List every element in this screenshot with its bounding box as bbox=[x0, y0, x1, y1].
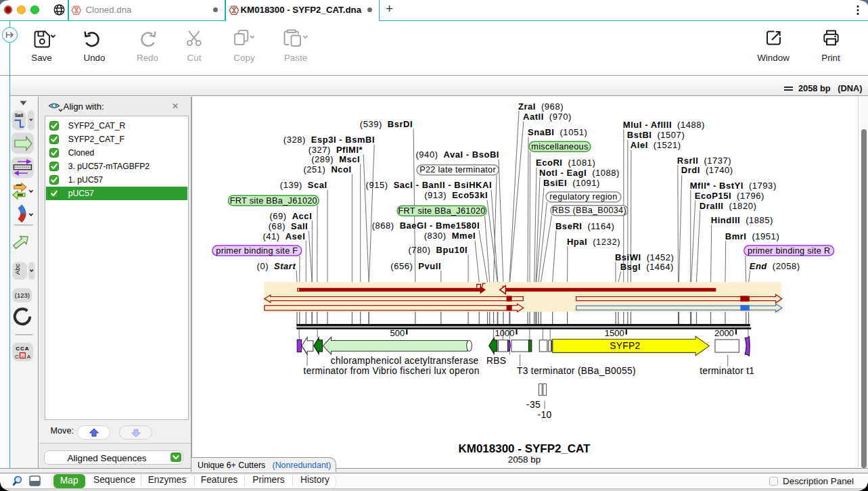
svg-text:(68)SalI: (68)SalI bbox=[269, 220, 309, 231]
svg-text:NotI - EagI(1088): NotI - EagI(1088) bbox=[539, 167, 620, 177]
svg-text:(868)BaeGI - Bme1580I: (868)BaeGI - Bme1580I bbox=[372, 220, 480, 231]
svg-text:(139)ScaI: (139)ScaI bbox=[280, 180, 327, 190]
svg-text:AatII(970): AatII(970) bbox=[523, 111, 572, 121]
svg-text:(915)SacI - BanII - BsiHKAI: (915)SacI - BanII - BsiHKAI bbox=[366, 180, 492, 190]
svg-text:-35: -35 bbox=[526, 400, 541, 410]
svg-text:(940)AvaI - BsoBI: (940)AvaI - BsoBI bbox=[416, 149, 500, 160]
svg-text:BstBI(1507): BstBI(1507) bbox=[627, 130, 685, 140]
svg-text:MflI* - BstYI(1793): MflI* - BstYI(1793) bbox=[690, 180, 777, 190]
svg-text:BseRI(1164): BseRI(1164) bbox=[555, 220, 614, 231]
svg-text:BmrI(1951): BmrI(1951) bbox=[725, 231, 780, 241]
svg-text:A: A bbox=[27, 353, 31, 359]
svg-text:(780)Bpu10I: (780)Bpu10I bbox=[409, 245, 468, 255]
svg-text:-10: -10 bbox=[538, 410, 552, 420]
svg-text:RBS (BBa_B0034): RBS (BBa_B0034) bbox=[552, 206, 626, 215]
svg-text:1500: 1500 bbox=[605, 328, 624, 338]
svg-text:T3 terminator (BBa_B0055): T3 terminator (BBa_B0055) bbox=[517, 366, 636, 376]
svg-text:End(2058): End(2058) bbox=[750, 260, 800, 271]
svg-text:regulatory region: regulatory region bbox=[550, 192, 618, 202]
svg-text:(289)MscI: (289)MscI bbox=[311, 154, 360, 164]
svg-text:P22 late terminator: P22 late terminator bbox=[420, 165, 497, 174]
svg-text:FRT site BBa_J61020: FRT site BBa_J61020 bbox=[398, 206, 486, 216]
svg-text:SYFP2: SYFP2 bbox=[610, 341, 641, 351]
svg-text:miscellaneous: miscellaneous bbox=[532, 142, 589, 151]
svg-text:CCA: CCA bbox=[16, 346, 29, 352]
svg-text:chloramphenicol acetyltransfer: chloramphenicol acetyltransferase bbox=[331, 356, 479, 366]
svg-text:terminator t1: terminator t1 bbox=[700, 366, 754, 376]
svg-text:KM018300 - SYFP2_CAT: KM018300 - SYFP2_CAT bbox=[459, 442, 591, 455]
svg-text:(539)BsrDI: (539)BsrDI bbox=[360, 118, 413, 128]
svg-text:RsrII(1737): RsrII(1737) bbox=[677, 155, 731, 165]
svg-text:SnaBI(1051): SnaBI(1051) bbox=[528, 126, 587, 137]
svg-text:(656)PvuII: (656)PvuII bbox=[391, 260, 442, 271]
svg-text:(830)MmeI: (830)MmeI bbox=[424, 231, 476, 241]
svg-text:primer binding site R: primer binding site R bbox=[748, 246, 831, 255]
svg-text:(123): (123) bbox=[15, 291, 30, 299]
svg-text:1000: 1000 bbox=[495, 328, 515, 338]
svg-text:(69)AccI: (69)AccI bbox=[270, 210, 313, 220]
svg-text:HindIII(1885): HindIII(1885) bbox=[711, 215, 773, 225]
svg-text:primer binding site F: primer binding site F bbox=[216, 246, 298, 255]
svg-text:SalI: SalI bbox=[15, 112, 23, 117]
svg-text:2058 bp: 2058 bp bbox=[508, 454, 541, 465]
svg-text:Abc: Abc bbox=[14, 263, 21, 275]
svg-text:DrdI(1740): DrdI(1740) bbox=[681, 165, 733, 175]
svg-text:(41)AseI: (41)AseI bbox=[263, 231, 306, 241]
svg-text:DraIII(1820): DraIII(1820) bbox=[700, 200, 757, 210]
svg-text:EcoP15I(1796): EcoP15I(1796) bbox=[695, 190, 764, 200]
svg-text:RBS: RBS bbox=[486, 356, 506, 366]
svg-text:500: 500 bbox=[390, 328, 405, 338]
svg-text:BsgI(1464): BsgI(1464) bbox=[620, 261, 674, 271]
svg-text:-: - bbox=[22, 353, 24, 359]
svg-text:BsiWI(1452): BsiWI(1452) bbox=[615, 252, 675, 262]
svg-text:ZraI(968): ZraI(968) bbox=[518, 101, 564, 111]
svg-text:MluI - AflIII(1488): MluI - AflIII(1488) bbox=[623, 119, 705, 129]
svg-text:(328)Esp3I - BsmBI: (328)Esp3I - BsmBI bbox=[283, 135, 375, 145]
svg-text:FRT site BBa_J61020: FRT site BBa_J61020 bbox=[230, 195, 317, 205]
svg-text:C: C bbox=[15, 353, 19, 359]
svg-text:AleI(1521): AleI(1521) bbox=[631, 140, 681, 150]
svg-text:(251)NcoI: (251)NcoI bbox=[304, 164, 352, 174]
svg-text:BsiEI(1091): BsiEI(1091) bbox=[543, 177, 600, 187]
svg-text:terminator from Vibrio fischer: terminator from Vibrio fischeri lux oper… bbox=[304, 366, 480, 376]
svg-text:EcoRI(1081): EcoRI(1081) bbox=[536, 158, 595, 168]
svg-text:(327)PflMI*: (327)PflMI* bbox=[309, 144, 363, 154]
svg-text:2000: 2000 bbox=[714, 328, 734, 338]
svg-text:(913)Eco53kI: (913)Eco53kI bbox=[424, 190, 488, 200]
svg-text:(0)Start: (0)Start bbox=[257, 260, 296, 271]
svg-text:HpaI(1232): HpaI(1232) bbox=[567, 236, 620, 246]
